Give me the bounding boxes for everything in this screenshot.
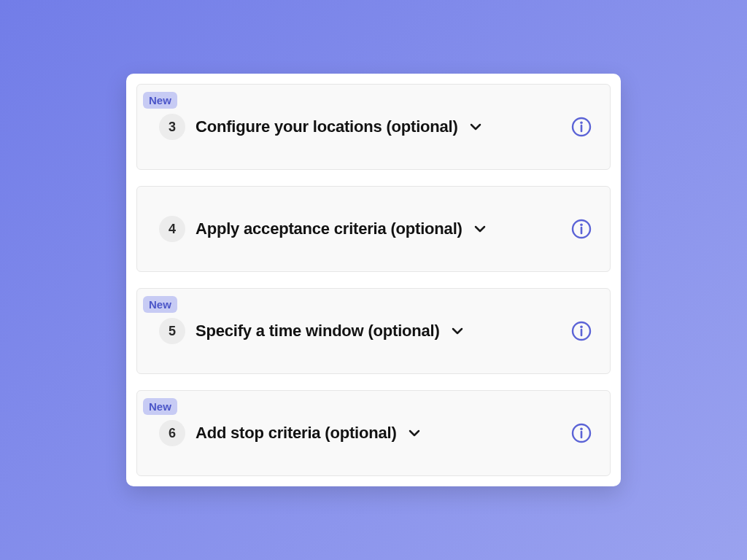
step-number: 3 [159,114,185,140]
step-title: Add stop criteria (optional) [196,424,397,443]
info-icon[interactable] [570,422,592,444]
step-card: 4 Apply acceptance criteria (optional) [136,186,611,272]
step-card: New 3 Configure your locations (optional… [136,84,611,170]
svg-point-4 [580,223,583,226]
step-title: Apply acceptance criteria (optional) [196,219,462,238]
step-number: 5 [159,318,185,344]
svg-point-10 [580,427,583,430]
badge-row: New [143,92,597,109]
svg-point-7 [580,325,583,328]
badge-row: New [143,296,597,314]
step-title: Specify a time window (optional) [196,322,440,341]
steps-panel: New 3 Configure your locations (optional… [126,74,621,486]
chevron-down-icon[interactable] [468,120,483,134]
chevron-down-icon[interactable] [473,222,487,236]
step-card: New 5 Specify a time window (optional) [136,288,611,374]
new-badge: New [143,398,177,415]
step-card: New 6 Add stop criteria (optional) [136,390,611,476]
step-title: Configure your locations (optional) [196,117,458,136]
step-header[interactable]: 4 Apply acceptance criteria (optional) [143,216,597,242]
info-icon[interactable] [570,116,592,138]
svg-point-1 [580,121,583,124]
step-header[interactable]: 5 Specify a time window (optional) [143,318,597,344]
info-icon[interactable] [570,218,592,240]
chevron-down-icon[interactable] [407,426,422,440]
info-icon[interactable] [570,320,592,342]
step-header[interactable]: 3 Configure your locations (optional) [143,114,597,140]
step-header[interactable]: 6 Add stop criteria (optional) [143,420,597,446]
step-number: 4 [159,216,185,242]
badge-row [143,194,597,211]
chevron-down-icon[interactable] [450,324,465,338]
badge-row: New [143,398,597,416]
new-badge: New [143,92,177,109]
step-number: 6 [159,420,185,446]
new-badge: New [143,296,177,313]
